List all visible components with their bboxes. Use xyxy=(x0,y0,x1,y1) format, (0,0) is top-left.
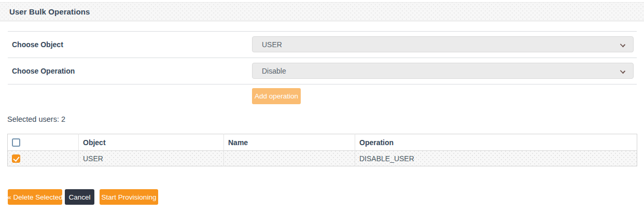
separator xyxy=(8,58,637,58)
name-column-header: Name xyxy=(224,134,355,151)
choose-operation-label: Choose Operation xyxy=(12,63,75,79)
separator xyxy=(8,84,637,84)
cancel-button[interactable]: Cancel xyxy=(65,189,94,205)
page-title: User Bulk Operations xyxy=(0,7,90,16)
select-all-header-cell xyxy=(8,134,79,151)
choose-object-label: Choose Object xyxy=(12,36,63,52)
row-checkbox-cell xyxy=(8,151,79,166)
operations-table: Object Name Operation USER DISABLE_USER xyxy=(7,134,637,166)
row-checkbox[interactable] xyxy=(12,154,20,163)
select-all-checkbox[interactable] xyxy=(12,138,20,147)
selected-users-summary: Selected users: 2 xyxy=(7,115,65,123)
operation-select-value: Disable xyxy=(253,67,286,75)
page-header: User Bulk Operations xyxy=(0,2,644,21)
object-select-value: USER xyxy=(253,40,282,49)
chevron-down-icon xyxy=(620,68,625,74)
operation-select[interactable]: Disable xyxy=(252,63,634,79)
object-select[interactable]: USER xyxy=(252,36,634,52)
object-column-header: Object xyxy=(79,134,224,151)
operation-column-header: Operation xyxy=(355,134,637,151)
row-name-cell xyxy=(224,151,355,166)
row-object-cell: USER xyxy=(79,151,224,166)
user-bulk-operations-page: User Bulk Operations Choose Object USER … xyxy=(0,0,644,212)
delete-selected-button[interactable]: « Delete Selected xyxy=(8,189,62,205)
chevron-down-icon xyxy=(620,42,625,47)
row-operation-cell: DISABLE_USER xyxy=(355,151,637,166)
start-provisioning-button[interactable]: Start Provisioning xyxy=(100,189,158,205)
add-operation-button[interactable]: Add operation xyxy=(252,88,301,104)
separator xyxy=(8,31,637,32)
table-header-row: Object Name Operation xyxy=(8,134,637,151)
table-row: USER DISABLE_USER xyxy=(8,151,637,166)
